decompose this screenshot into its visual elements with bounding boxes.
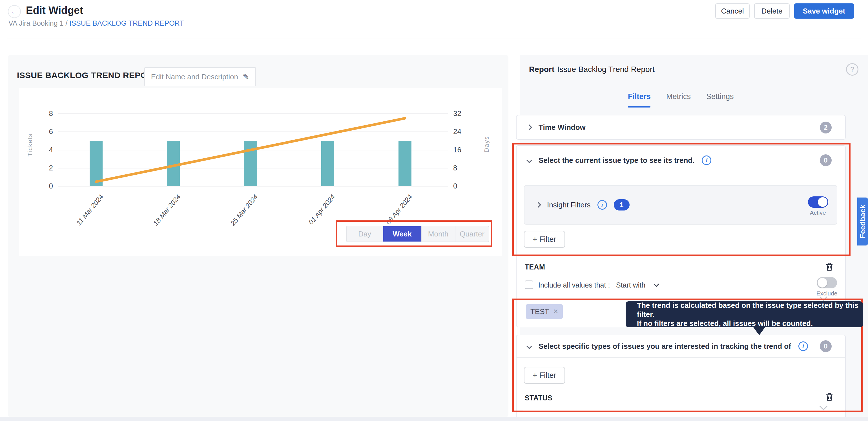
operator-dropdown-value[interactable]: Start with [616,281,645,289]
current-issue-section-card: Select the current issue type to see its… [516,145,846,327]
status-filter-name: STATUS [525,394,552,402]
edit-name-label: Edit Name and Description [151,73,238,81]
team-filter-name: TEAM [525,263,545,271]
insight-filters-label: Insight Filters [547,201,591,209]
exclude-toggle-label: Exclude [813,290,840,297]
exclude-toggle[interactable] [817,277,837,288]
chevron-down-icon[interactable] [526,343,532,349]
period-option-day[interactable]: Day [347,226,383,242]
delete-team-filter-icon[interactable] [824,261,835,272]
cancel-button[interactable]: Cancel [715,3,750,19]
right-axis-tick: 32 [453,109,473,118]
breadcrumb: VA Jira Booking 1 / ISSUE BACKLOG TREND … [8,19,184,27]
tab-filters[interactable]: Filters [628,92,651,101]
include-all-values-label: Include all values that : [538,281,610,289]
left-axis-tick: 8 [36,109,53,118]
info-icon[interactable]: i [702,156,711,165]
help-glyph: ? [850,65,854,74]
help-icon[interactable]: ? [846,63,859,76]
specific-issues-section-card: Select specific types of issues you are … [516,335,846,417]
period-toggle-group: Day Week Month Quarter [346,226,489,242]
insight-filters-toggle-label: Active [805,209,831,216]
tab-metrics[interactable]: Metrics [666,92,691,101]
remove-value-icon[interactable]: ✕ [553,308,558,315]
delete-status-filter-icon[interactable] [824,392,835,402]
edit-name-description-button[interactable]: Edit Name and Description ✎ [144,67,256,86]
report-header: ReportIssue Backlog Trend Report [529,65,655,74]
right-axis-title: Days [483,136,490,152]
tab-settings[interactable]: Settings [706,92,734,101]
specific-issues-badge: 0 [820,340,832,352]
page-bottom-strip [0,417,868,421]
left-axis-tick: 2 [36,164,53,172]
current-issue-badge: 0 [820,155,832,166]
section-divider [517,357,845,358]
insight-filters-count: 1 [614,199,629,210]
info-icon[interactable]: i [798,341,808,351]
team-value-chip[interactable]: TEST ✕ [526,304,563,319]
report-title: Issue Backlog Trend Report [557,65,655,74]
back-arrow-icon: ← [11,7,18,16]
specific-issues-section-title: Select specific types of issues you are … [538,342,791,351]
chevron-right-icon[interactable] [535,202,541,208]
feedback-tab[interactable]: Feedback [857,198,868,246]
chevron-down-icon[interactable] [526,158,532,163]
include-all-values-checkbox[interactable] [525,280,533,289]
page-title: Edit Widget [26,4,83,17]
period-option-month[interactable]: Month [422,226,456,242]
save-widget-button[interactable]: Save widget [794,3,854,19]
right-axis-tick: 8 [453,164,473,172]
team-value-text: TEST [530,307,549,316]
section-divider [517,175,845,175]
widget-title: ISSUE BACKLOG TREND REPORT [17,71,159,80]
time-window-label: Time Window [538,123,586,132]
period-option-quarter[interactable]: Quarter [456,226,489,242]
right-axis-tick: 16 [453,146,473,155]
left-axis-tick: 0 [36,182,53,191]
right-axis-tick: 0 [453,182,473,191]
add-filter-button[interactable]: + Filter [524,367,565,384]
left-axis-title: Tickets [27,133,34,157]
current-issue-section-title: Select the current issue type to see its… [538,156,694,165]
status-value-input-underline[interactable] [523,410,841,410]
pencil-icon: ✎ [243,72,249,82]
period-option-week[interactable]: Week [383,226,422,242]
add-filter-button[interactable]: + Filter [524,231,565,248]
tooltip-line-1: The trend is calculated based on the iss… [637,301,863,319]
breadcrumb-project: VA Jira Booking 1 [8,19,63,27]
active-tab-underline [628,106,650,108]
time-window-badge: 2 [820,122,832,134]
chevron-right-icon[interactable] [526,124,532,130]
delete-button[interactable]: Delete [754,3,789,19]
time-window-card[interactable]: Time Window 2 [516,115,846,140]
left-axis-tick: 4 [36,146,53,155]
header-divider [7,38,861,38]
info-icon[interactable]: i [597,200,607,209]
report-label: Report [529,65,554,74]
right-axis-tick: 24 [453,127,473,136]
back-button[interactable]: ← [8,5,21,18]
tooltip-arrow [753,327,766,335]
breadcrumb-report-link[interactable]: ISSUE BACKLOG TREND REPORT [69,19,184,27]
filter-info-tooltip: The trend is calculated based on the iss… [626,301,863,327]
tooltip-line-2: If no filters are selected, all issues w… [637,319,863,328]
left-axis-tick: 6 [36,127,53,136]
insight-filters-card[interactable]: Insight Filters i 1 Active [524,185,837,225]
breadcrumb-separator: / [65,19,69,27]
insight-filters-toggle[interactable] [808,196,828,208]
